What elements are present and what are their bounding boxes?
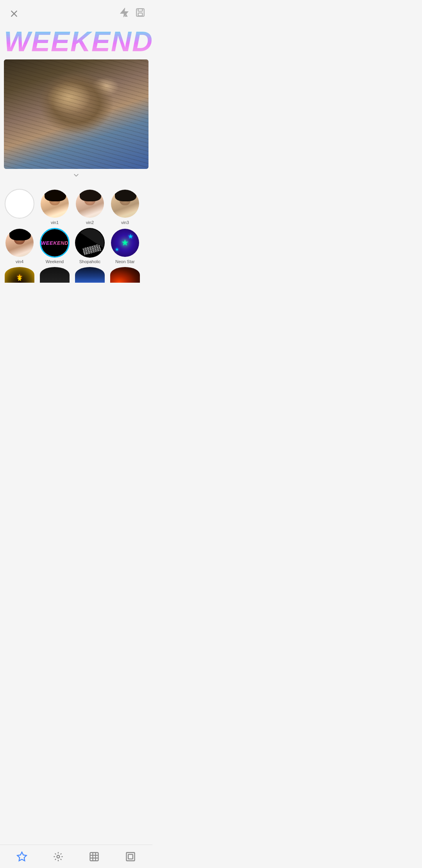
svg-point-8 (57, 855, 59, 858)
weekend-thumb-text: WEEKEND (41, 240, 68, 246)
filter-row-3: ★ (0, 265, 152, 284)
filter-item-vin1[interactable]: vin1 (39, 189, 70, 225)
filter-thumb-partial-4 (110, 267, 140, 283)
svg-line-13 (55, 853, 56, 854)
nav-star-button[interactable] (10, 847, 34, 866)
filter-row-2: vin4 WEEKEND Weekend (0, 226, 152, 265)
filter-thumb-vin4 (5, 228, 34, 258)
svg-rect-23 (128, 854, 133, 859)
app-title-wrapper: WEEKEND (0, 27, 152, 59)
filter-thumb-weekend: WEEKEND (40, 228, 70, 258)
filter-item-partial-2[interactable] (39, 267, 70, 283)
filter-thumb-neonstar: ★ ★ ★ (110, 228, 140, 258)
filter-label-vin4: vin4 (16, 259, 23, 264)
svg-text:A: A (125, 14, 127, 17)
filter-item-weekend[interactable]: WEEKEND Weekend (39, 228, 70, 264)
filter-thumb-partial-3 (75, 267, 105, 283)
filter-item-shopaholic[interactable]: Shopaholic (74, 228, 106, 264)
svg-line-15 (55, 859, 56, 859)
filter-item-partial-4[interactable] (109, 267, 141, 283)
filter-item-neonstar[interactable]: ★ ★ ★ Neon Star (109, 228, 141, 264)
filter-label-vin3: vin3 (121, 220, 129, 225)
svg-rect-6 (138, 13, 143, 16)
filter-label-vin1: vin1 (51, 220, 59, 225)
filter-label-shopaholic: Shopaholic (79, 259, 100, 264)
filter-thumb-partial-1: ★ (5, 267, 34, 283)
neon-star-small-icon: ★ (128, 233, 133, 240)
filter-label-weekend: Weekend (46, 259, 64, 264)
collapse-chevron[interactable] (0, 169, 152, 183)
neon-star-extra-icon: ★ (115, 247, 119, 252)
nav-edit-button[interactable] (82, 847, 106, 866)
svg-rect-5 (138, 9, 143, 11)
svg-rect-22 (126, 852, 134, 861)
filter-thumb-vin2 (75, 189, 105, 219)
app-title: WEEKEND (0, 27, 152, 59)
close-button[interactable] (7, 7, 21, 21)
filter-thumb-vin1 (40, 189, 70, 219)
filter-item-vin4[interactable]: vin4 (4, 228, 35, 264)
filter-thumb-shopaholic (75, 228, 105, 258)
filter-item-partial-3[interactable] (74, 267, 106, 283)
filter-item-vin2[interactable]: vin2 (74, 189, 106, 225)
filter-section: vin1 vin2 vin3 (0, 183, 152, 312)
filter-item-vin3[interactable]: vin3 (109, 189, 141, 225)
filter-row-1: vin1 vin2 vin3 (0, 187, 152, 226)
photo-image (4, 59, 148, 169)
filter-item-partial-1[interactable]: ★ (4, 267, 35, 283)
flash-auto-icon[interactable]: A (120, 8, 129, 20)
filter-label-vin2: vin2 (86, 220, 94, 225)
filter-item-none[interactable] (4, 189, 35, 219)
filter-thumb-partial-2 (40, 267, 70, 283)
save-icon[interactable] (135, 7, 145, 20)
photo-area (4, 59, 148, 169)
svg-line-16 (61, 853, 61, 854)
svg-rect-17 (90, 852, 98, 861)
svg-marker-7 (18, 852, 27, 861)
filter-label-neonstar: Neon Star (115, 259, 135, 264)
nav-effects-button[interactable] (46, 847, 70, 866)
filter-thumb-none (5, 189, 34, 219)
svg-line-14 (61, 859, 61, 859)
top-bar: A (0, 0, 152, 27)
filter-thumb-vin3 (110, 189, 140, 219)
nav-frames-button[interactable] (119, 847, 142, 866)
bottom-nav (0, 845, 152, 868)
